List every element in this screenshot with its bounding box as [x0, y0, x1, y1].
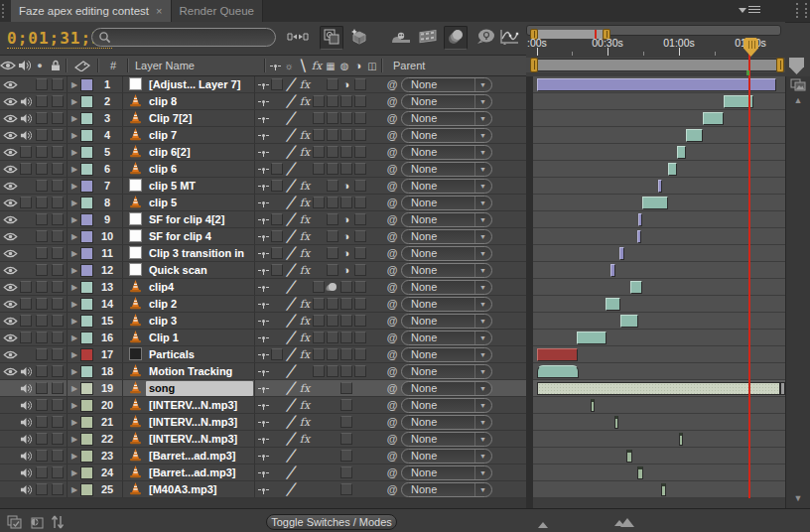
- layer-switch[interactable]: [312, 431, 326, 447]
- lock-toggle[interactable]: [50, 144, 66, 161]
- layer-switch[interactable]: [312, 397, 326, 413]
- label-color-swatch[interactable]: [80, 230, 93, 243]
- parent-pickwhip-icon[interactable]: @: [383, 180, 401, 192]
- layer-switch[interactable]: [353, 330, 367, 345]
- audio-toggle[interactable]: [18, 397, 34, 414]
- label-color-swatch[interactable]: [80, 197, 93, 209]
- expand-triangle-icon[interactable]: ▶: [68, 80, 80, 89]
- audio-column-header[interactable]: [16, 58, 32, 74]
- layer-switch[interactable]: ╱: [284, 127, 298, 143]
- layer-switch[interactable]: [270, 211, 284, 227]
- layer-name[interactable]: Quick scan: [146, 263, 253, 278]
- label-color-swatch[interactable]: [80, 450, 93, 463]
- layer-switch[interactable]: fx: [298, 211, 312, 227]
- layer-duration-bar[interactable]: [658, 180, 662, 193]
- scroll-down-button[interactable]: ▼: [786, 490, 810, 506]
- label-color-swatch[interactable]: [80, 95, 93, 108]
- parent-column-header[interactable]: Parent: [385, 60, 425, 71]
- parent-pickwhip-icon[interactable]: @: [383, 264, 401, 276]
- solo-toggle[interactable]: [34, 481, 50, 498]
- layer-switch[interactable]: [353, 397, 367, 413]
- audio-toggle[interactable]: [18, 296, 34, 313]
- layer-switch[interactable]: [353, 262, 367, 278]
- solo-toggle[interactable]: [34, 330, 50, 346]
- layer-switch[interactable]: [270, 110, 284, 126]
- layer-row[interactable]: ▶10SF for clip 4╱fx◑@None▼: [0, 228, 526, 245]
- layer-switch[interactable]: [312, 228, 326, 244]
- layer-switch[interactable]: [339, 93, 353, 109]
- parent-dropdown[interactable]: None▼: [401, 482, 492, 497]
- layer-switch[interactable]: [353, 313, 367, 329]
- layer-switch[interactable]: [256, 127, 270, 143]
- solo-toggle[interactable]: [34, 346, 50, 363]
- layer-row[interactable]: ▶2clip 8╱fx@None▼: [0, 93, 526, 110]
- solo-toggle[interactable]: [34, 448, 50, 465]
- video-toggle[interactable]: [2, 93, 18, 110]
- video-toggle[interactable]: [2, 465, 18, 481]
- solo-toggle[interactable]: [34, 380, 50, 397]
- parent-pickwhip-icon[interactable]: @: [383, 315, 401, 327]
- layer-switch[interactable]: [270, 93, 284, 109]
- audio-toggle[interactable]: [18, 195, 34, 211]
- layer-switch[interactable]: [270, 481, 284, 497]
- layer-switch[interactable]: ╱: [284, 363, 298, 379]
- layer-switch[interactable]: [353, 195, 367, 210]
- expand-triangle-icon[interactable]: ▶: [68, 418, 80, 427]
- video-toggle[interactable]: [2, 144, 18, 161]
- audio-toggle[interactable]: [18, 279, 34, 296]
- layer-switch[interactable]: ╱: [284, 431, 298, 447]
- comp-button-icon[interactable]: [786, 76, 810, 92]
- layer-switch[interactable]: ╱: [284, 330, 298, 345]
- label-color-swatch[interactable]: [80, 365, 93, 378]
- layer-switch[interactable]: fx: [298, 397, 312, 413]
- layer-switch[interactable]: [312, 211, 326, 227]
- lock-toggle[interactable]: [50, 76, 66, 93]
- pane-divider[interactable]: [526, 55, 533, 508]
- layer-switch[interactable]: fx: [298, 313, 312, 329]
- layer-duration-bar[interactable]: [703, 112, 724, 125]
- parent-pickwhip-icon[interactable]: @: [383, 399, 401, 411]
- parent-pickwhip-icon[interactable]: @: [383, 365, 401, 377]
- threed-column-header[interactable]: ◫: [365, 58, 379, 73]
- layer-row[interactable]: ▶14clip 2╱fx@None▼: [0, 296, 526, 313]
- video-toggle[interactable]: [2, 330, 18, 346]
- layer-name[interactable]: clip 8: [146, 94, 253, 109]
- layer-switch[interactable]: [256, 431, 270, 447]
- layer-name[interactable]: clip4: [146, 280, 253, 295]
- parent-dropdown[interactable]: None▼: [401, 415, 492, 430]
- expand-triangle-icon[interactable]: ▶: [68, 367, 80, 376]
- audio-toggle[interactable]: [18, 110, 34, 127]
- search-input[interactable]: [91, 28, 276, 47]
- layer-row[interactable]: ▶12Quick scan╱fx◑@None▼: [0, 262, 526, 279]
- effects-column-header[interactable]: fx: [310, 58, 324, 73]
- expand-triangle-icon[interactable]: ▶: [68, 266, 80, 275]
- expand-triangle-icon[interactable]: ▶: [68, 182, 80, 191]
- layer-switch[interactable]: [270, 195, 284, 210]
- lock-toggle[interactable]: [50, 380, 66, 397]
- layer-row[interactable]: ▶5clip 6[2]╱fx@None▼: [0, 144, 526, 161]
- parent-pickwhip-icon[interactable]: @: [383, 230, 401, 242]
- expand-triangle-icon[interactable]: ▶: [68, 148, 80, 157]
- layer-name[interactable]: Clip 3 transition in: [146, 246, 253, 261]
- parent-pickwhip-icon[interactable]: @: [383, 416, 401, 428]
- expand-triangle-icon[interactable]: ▶: [68, 485, 80, 494]
- layer-switch[interactable]: ◑: [339, 228, 353, 244]
- layer-duration-bar[interactable]: [610, 264, 615, 277]
- audio-toggle[interactable]: [18, 211, 34, 228]
- solo-toggle[interactable]: [34, 397, 50, 414]
- parent-pickwhip-icon[interactable]: @: [383, 382, 401, 394]
- audio-toggle[interactable]: [18, 346, 34, 363]
- layer-switch[interactable]: [339, 127, 353, 143]
- layer-switch[interactable]: [256, 279, 270, 295]
- layer-name[interactable]: clip 6: [146, 162, 253, 177]
- parent-dropdown[interactable]: None▼: [401, 128, 492, 143]
- layer-switch[interactable]: fx: [298, 296, 312, 312]
- layer-switch[interactable]: [270, 296, 284, 312]
- audio-toggle[interactable]: [18, 161, 34, 178]
- label-column-header[interactable]: [69, 58, 95, 74]
- layer-switch[interactable]: [339, 414, 353, 430]
- expand-triangle-icon[interactable]: ▶: [68, 317, 80, 326]
- layer-row[interactable]: ▶18Motion Tracking╱@None▼: [0, 363, 526, 380]
- video-toggle[interactable]: [2, 245, 18, 262]
- solo-toggle[interactable]: [34, 144, 50, 161]
